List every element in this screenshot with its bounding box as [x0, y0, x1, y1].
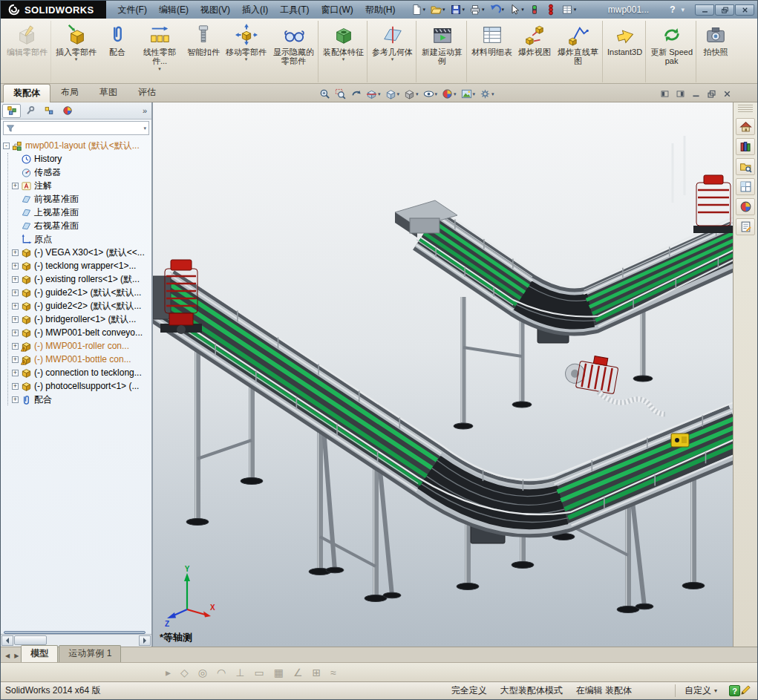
tree-item[interactable]: + (-) bridgeroller<1> (默认...: [12, 313, 151, 326]
tree-item[interactable]: + (-) MWP001-roller con...: [12, 339, 151, 353]
tab-scroll-left-button[interactable]: ◀: [3, 652, 12, 662]
doc-minimize-button[interactable]: [691, 89, 701, 99]
menu-item[interactable]: 插入(I): [236, 1, 274, 19]
window-minimize-button[interactable]: [695, 4, 714, 16]
view-settings-button[interactable]: [479, 88, 495, 100]
task-pane-grip[interactable]: [738, 105, 753, 114]
task-pane-custom-properties-tab[interactable]: [736, 218, 755, 235]
collapse-toolbar-button[interactable]: ▾: [681, 6, 685, 13]
panel-overflow-chevron[interactable]: »: [143, 106, 150, 115]
tree-item[interactable]: + (-) tecklong wrapper<1>...: [12, 259, 151, 272]
window-restore-button[interactable]: [715, 4, 734, 16]
tree-item[interactable]: + (-) existing rollers<1> (默...: [12, 272, 151, 286]
status-help-button[interactable]: ?: [729, 685, 740, 696]
performance-button[interactable]: [543, 3, 558, 16]
menu-item[interactable]: 窗口(W): [316, 1, 359, 19]
expand-toggle[interactable]: +: [12, 276, 19, 283]
view-orientation-button[interactable]: [385, 88, 401, 100]
sensor-box[interactable]: [671, 434, 689, 447]
lower-conveyor[interactable]: [153, 266, 733, 613]
doc-pane-right-button[interactable]: [676, 89, 685, 99]
snap-tangent-button[interactable]: ◠: [217, 667, 226, 678]
tree-item[interactable]: + 配合: [12, 393, 151, 406]
linear-component-pattern-button[interactable]: 线性零部件...: [135, 21, 184, 82]
tree-item[interactable]: 原点: [12, 232, 151, 246]
bill-of-materials-button[interactable]: 材料明细表: [468, 21, 515, 82]
select-button[interactable]: [507, 3, 526, 16]
apply-scene-button[interactable]: [460, 88, 477, 100]
edit-component-button[interactable]: 编辑零部件: [4, 21, 51, 82]
tree-item[interactable]: 传感器: [12, 166, 151, 179]
zoom-to-fit-button[interactable]: [318, 88, 331, 100]
command-tab[interactable]: 草图: [89, 83, 128, 102]
instant3d-button[interactable]: Instant3D: [604, 21, 646, 82]
tree-item[interactable]: + (-) connection to tecklong...: [12, 366, 151, 379]
tree-item[interactable]: + (-) guide2<2> (默认<默认...: [12, 299, 151, 313]
expand-toggle[interactable]: -: [3, 143, 10, 149]
snap-circle-button[interactable]: ◎: [198, 667, 207, 678]
tree-item[interactable]: 右视基准面: [12, 219, 151, 232]
task-pane-view-palette-tab[interactable]: [736, 178, 755, 195]
scrollbar-track[interactable]: [13, 635, 139, 646]
snap-points-button[interactable]: ▸: [166, 667, 171, 678]
snap-table-button[interactable]: ⊞: [312, 667, 321, 678]
assembly-features-button[interactable]: 装配体特征: [320, 21, 367, 82]
featuremanager-tab[interactable]: [2, 104, 21, 118]
tree-item[interactable]: + (-) photocellsupport<1> (...: [12, 379, 151, 393]
expand-toggle[interactable]: +: [12, 303, 19, 310]
exploded-view-button[interactable]: 爆炸视图: [515, 21, 554, 82]
take-snapshot-button[interactable]: 拍快照: [698, 21, 734, 82]
tree-item[interactable]: + (-) MWP001-bottle con...: [12, 353, 151, 366]
menu-item[interactable]: 视图(V): [195, 1, 236, 19]
print-button[interactable]: [468, 3, 486, 16]
command-tab[interactable]: 装配体: [3, 84, 50, 102]
undo-button[interactable]: [488, 3, 506, 16]
explode-line-sketch-button[interactable]: 爆炸直线草图: [554, 21, 603, 82]
doc-pane-left-button[interactable]: [660, 89, 670, 99]
expand-toggle[interactable]: +: [12, 316, 19, 323]
configurationmanager-tab[interactable]: [39, 104, 58, 118]
displaymanager-tab[interactable]: [58, 104, 76, 118]
doc-restore-button[interactable]: [707, 89, 716, 99]
snap-angle-button[interactable]: ∠: [293, 667, 303, 678]
graphics-area[interactable]: Y X Z *等轴测: [153, 102, 733, 647]
tree-item[interactable]: 上视基准面: [12, 206, 151, 219]
task-pane-file-explorer-tab[interactable]: [736, 158, 755, 175]
show-hidden-components-button[interactable]: 显示隐藏的零部件: [269, 21, 318, 82]
scrollbar-thumb[interactable]: [14, 635, 47, 645]
expand-toggle[interactable]: +: [12, 290, 19, 296]
previous-view-button[interactable]: [350, 88, 362, 100]
expand-toggle[interactable]: +: [12, 356, 19, 363]
open-button[interactable]: [428, 3, 447, 16]
new-motion-study-button[interactable]: 新建运动算例: [418, 21, 467, 82]
task-pane-design-library-tab[interactable]: [736, 138, 755, 155]
display-style-button[interactable]: [403, 88, 419, 100]
scroll-left-button[interactable]: [1, 635, 13, 646]
tree-item[interactable]: + 注解: [12, 179, 151, 192]
scroll-right-button[interactable]: [139, 635, 151, 646]
section-view-button[interactable]: [365, 88, 382, 100]
tree-item[interactable]: History: [12, 152, 151, 166]
task-pane-appearances-tab[interactable]: [736, 198, 755, 215]
save-button[interactable]: [448, 3, 467, 16]
snap-perpendicular-button[interactable]: ⊥: [235, 667, 244, 678]
tree-item[interactable]: + (-) MWP001-belt conveyo...: [12, 326, 151, 339]
command-tab[interactable]: 评估: [128, 83, 166, 102]
tree-item[interactable]: - mwp001-layout (默认<默认...: [3, 139, 151, 152]
tree-item[interactable]: 前视基准面: [12, 192, 151, 206]
guide-rods[interactable]: [673, 136, 685, 203]
snap-grid-button[interactable]: ▦: [274, 667, 284, 678]
tree-item[interactable]: + (-) VEGA X30<1> (默认<<...: [12, 246, 151, 259]
mate-button[interactable]: 配合: [99, 21, 135, 82]
insert-component-button[interactable]: 插入零部件: [53, 21, 99, 82]
edit-appearance-button[interactable]: [441, 88, 457, 100]
expand-toggle[interactable]: +: [12, 330, 19, 336]
reference-geometry-button[interactable]: 参考几何体: [369, 21, 416, 82]
model-tab[interactable]: 模型: [21, 645, 58, 662]
feedback-pencil-icon[interactable]: [740, 684, 751, 698]
task-pane-resources-tab[interactable]: [736, 118, 755, 135]
expand-toggle[interactable]: +: [12, 343, 19, 350]
new-document-button[interactable]: [409, 3, 428, 16]
filter-input[interactable]: [17, 123, 141, 133]
flexible-conduit[interactable]: [598, 392, 665, 414]
